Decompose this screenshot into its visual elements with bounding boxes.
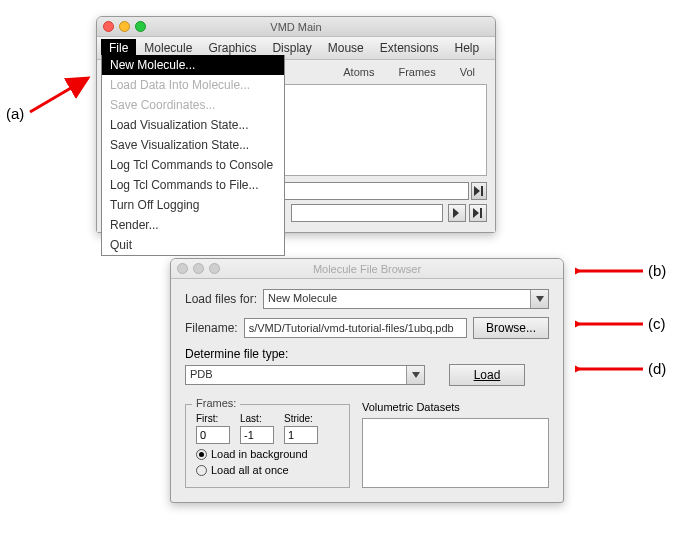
menu-item-render[interactable]: Render... (102, 215, 284, 235)
radio-load-all[interactable]: Load all at once (196, 464, 339, 476)
arrow-a-icon (28, 72, 96, 116)
load-for-row: Load files for: New Molecule (185, 289, 549, 309)
arrow-b-icon (575, 264, 645, 278)
load-for-combo[interactable]: New Molecule (263, 289, 549, 309)
menu-item-save-coords: Save Coordinates... (102, 95, 284, 115)
filetype-combo[interactable]: PDB (185, 365, 425, 385)
first-label: First: (196, 413, 230, 424)
menu-item-log-console[interactable]: Log Tcl Commands to Console (102, 155, 284, 175)
load-for-value: New Molecule (268, 292, 337, 304)
arrow-c-icon (575, 317, 645, 331)
close-icon[interactable] (177, 263, 188, 274)
mfb-body: Load files for: New Molecule Filename: B… (171, 279, 563, 502)
col-atoms: Atoms (343, 66, 374, 78)
mfb-titlebar[interactable]: Molecule File Browser (171, 259, 563, 279)
col-vol: Vol (460, 66, 475, 78)
filename-row: Filename: Browse... (185, 317, 549, 339)
load-for-label: Load files for: (185, 292, 257, 306)
zoom-icon[interactable] (135, 21, 146, 32)
arrow-d-icon (575, 362, 645, 376)
menu-item-quit[interactable]: Quit (102, 235, 284, 255)
speed-slider[interactable] (291, 204, 443, 222)
browse-button[interactable]: Browse... (473, 317, 549, 339)
close-icon[interactable] (103, 21, 114, 32)
menu-mouse[interactable]: Mouse (320, 39, 372, 57)
main-titlebar[interactable]: VMD Main (97, 17, 495, 37)
annotation-c: (c) (648, 315, 666, 332)
minimize-icon[interactable] (193, 263, 204, 274)
menu-item-load-data: Load Data Into Molecule... (102, 75, 284, 95)
molecule-file-browser-window: Molecule File Browser Load files for: Ne… (170, 258, 564, 503)
volumetric-label: Volumetric Datasets (362, 401, 460, 413)
traffic-lights (103, 21, 146, 32)
window-title: Molecule File Browser (313, 263, 421, 275)
frames-inputs: First: Last: Stride: (196, 413, 339, 444)
stride-label: Stride: (284, 413, 318, 424)
menu-help[interactable]: Help (447, 39, 488, 57)
traffic-lights (177, 263, 220, 274)
minimize-icon[interactable] (119, 21, 130, 32)
filetype-label: Determine file type: (185, 347, 549, 361)
file-menu-dropdown: New Molecule... Load Data Into Molecule.… (101, 55, 285, 256)
volumetric-section: Volumetric Datasets (362, 400, 549, 488)
zoom-icon[interactable] (209, 263, 220, 274)
menu-item-new-molecule[interactable]: New Molecule... (102, 55, 284, 75)
filetype-value: PDB (190, 368, 213, 380)
menu-extensions[interactable]: Extensions (372, 39, 447, 57)
frames-group: Frames: First: Last: Stride: Load in bac… (185, 404, 350, 488)
last-label: Last: (240, 413, 274, 424)
filetype-section: Determine file type: PDB Load (185, 347, 549, 386)
annotation-a: (a) (6, 105, 24, 122)
menu-item-log-file[interactable]: Log Tcl Commands to File... (102, 175, 284, 195)
window-title: VMD Main (270, 21, 321, 33)
last-input[interactable] (240, 426, 274, 444)
filename-input[interactable] (244, 318, 467, 338)
col-frames: Frames (398, 66, 435, 78)
chevron-down-icon[interactable] (530, 290, 548, 308)
radio-unchecked-icon[interactable] (196, 465, 207, 476)
svg-line-0 (30, 78, 88, 112)
annotation-d: (d) (648, 360, 666, 377)
vmd-main-window: VMD Main File Molecule Graphics Display … (96, 16, 496, 233)
frames-legend: Frames: (192, 397, 240, 409)
menu-item-save-vis[interactable]: Save Visualization State... (102, 135, 284, 155)
load-button[interactable]: Load (449, 364, 525, 386)
jump-end-icon[interactable] (471, 182, 487, 200)
radio-load-bg[interactable]: Load in background (196, 448, 339, 460)
next-step-icon[interactable] (448, 204, 466, 222)
annotation-b: (b) (648, 262, 666, 279)
first-input[interactable] (196, 426, 230, 444)
volumetric-list[interactable] (362, 418, 549, 488)
next-fwd-icon[interactable] (469, 204, 487, 222)
radio-checked-icon[interactable] (196, 449, 207, 460)
chevron-down-icon[interactable] (406, 366, 424, 384)
menu-item-turn-off-log[interactable]: Turn Off Logging (102, 195, 284, 215)
filename-label: Filename: (185, 321, 238, 335)
menu-item-load-vis[interactable]: Load Visualization State... (102, 115, 284, 135)
stride-input[interactable] (284, 426, 318, 444)
